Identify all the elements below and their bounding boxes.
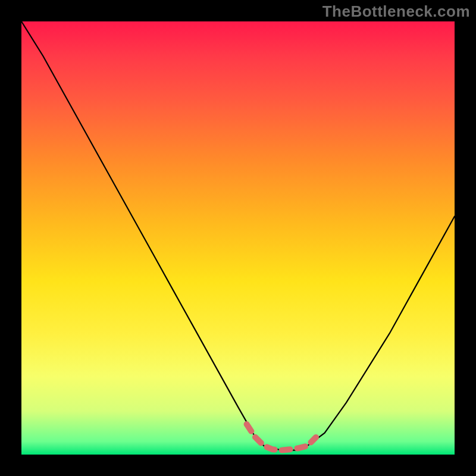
curve-line: [21, 21, 455, 450]
watermark-text: TheBottleneck.com: [322, 2, 470, 21]
plot-area: [21, 21, 455, 455]
chart-svg: [21, 21, 455, 455]
chart-frame: TheBottleneck.com: [0, 0, 476, 476]
valley-highlight-line: [247, 424, 316, 450]
